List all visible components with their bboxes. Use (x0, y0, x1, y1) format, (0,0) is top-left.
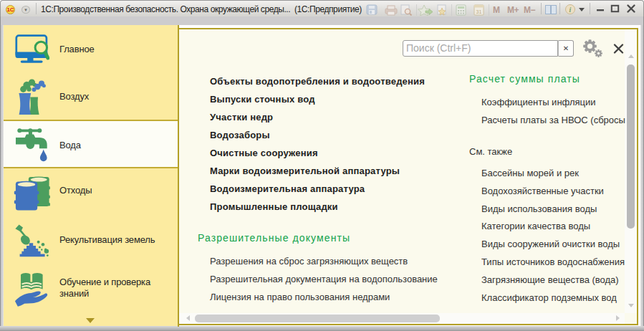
svg-text:31: 31 (476, 9, 482, 14)
